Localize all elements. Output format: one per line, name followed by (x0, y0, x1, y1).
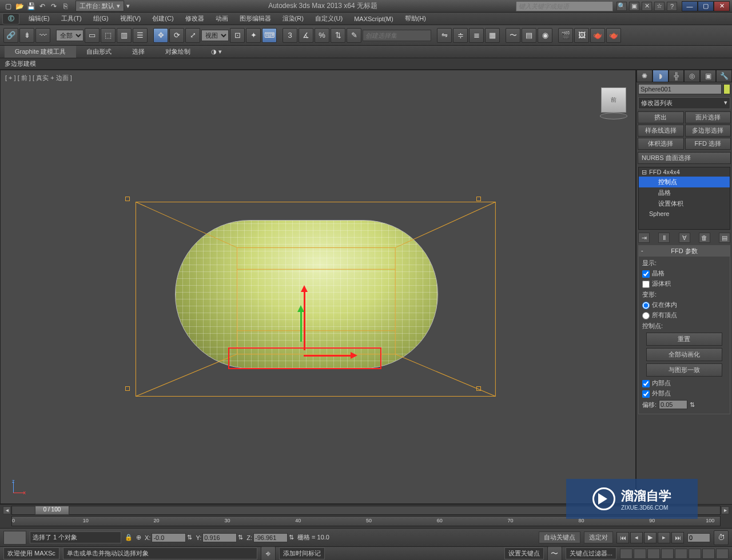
object-name-field[interactable] (638, 84, 722, 94)
maximize-button[interactable]: ▢ (698, 1, 714, 11)
angle-snap-icon[interactable]: ∡ (299, 28, 313, 43)
ribbon-tab-paint[interactable]: 对象绘制 (155, 46, 201, 58)
app-menu-button[interactable]: Ⓔ (2, 13, 19, 25)
help-icon[interactable]: ? (667, 2, 677, 11)
align-icon[interactable]: ≑ (453, 28, 468, 43)
rollout-header[interactable]: -FFD 参数 (639, 246, 730, 257)
viewcube[interactable]: 前 (601, 87, 626, 113)
time-config-icon[interactable]: ⏱ (714, 530, 729, 545)
tab-display-icon[interactable]: ▣ (700, 70, 716, 82)
spinner-icon[interactable]: ⇅ (238, 534, 243, 541)
isolate-toggle-icon[interactable]: ⎆ (261, 546, 276, 561)
menu-edit[interactable]: 编辑(E) (23, 13, 55, 25)
modset-splinesel[interactable]: 样条线选择 (638, 125, 684, 137)
search-icon[interactable]: 🔍 (616, 2, 627, 11)
ref-coord-system[interactable]: 视图 (201, 30, 229, 41)
gizmo-z-axis[interactable] (300, 307, 302, 342)
menu-create[interactable]: 创建(C) (146, 13, 179, 25)
chk-outer[interactable]: 外部点 (642, 389, 726, 398)
nav-zoom-all-icon[interactable] (702, 549, 715, 559)
use-pivot-center-icon[interactable]: ⊡ (230, 28, 245, 43)
ribbon-tab-freeform[interactable]: 自由形式 (76, 46, 122, 58)
coord-y[interactable] (202, 533, 237, 542)
viewport-front[interactable]: [ + ] [ 前 ] [ 真实 + 边面 ] 前 zx (0, 70, 636, 504)
modset-ffdsel[interactable]: FFD 选择 (685, 138, 731, 150)
minimize-button[interactable]: — (682, 1, 698, 11)
goto-end-icon[interactable]: ⏭ (671, 532, 684, 543)
favorite-icon[interactable]: ☆ (654, 2, 665, 11)
nav-fov-icon[interactable] (689, 549, 701, 559)
spinner-icon[interactable]: ⇅ (289, 534, 294, 541)
nav-pan-icon[interactable] (620, 549, 632, 559)
nav-orbit-icon[interactable] (647, 549, 660, 559)
snap-toggle-icon[interactable]: 3 (283, 28, 297, 43)
pin-stack-icon[interactable]: ⇥ (638, 233, 650, 243)
tab-modify-icon[interactable]: ◗ (653, 70, 669, 82)
selection-filter[interactable]: 全部 (56, 30, 83, 41)
render-setup-icon[interactable]: 🎬 (558, 28, 573, 43)
ribbon-tab-selection[interactable]: 选择 (122, 46, 155, 58)
time-slider-handle[interactable]: 0 / 100 (35, 506, 69, 515)
show-end-result-icon[interactable]: Ⅱ (658, 233, 670, 243)
move-tool-icon[interactable]: ✥ (153, 28, 168, 43)
exchange-icon[interactable]: ✕ (642, 2, 652, 11)
tab-hierarchy-icon[interactable]: ╬ (669, 70, 685, 82)
play-icon[interactable]: ▶ (644, 532, 657, 543)
unlink-tool-icon[interactable]: ⇟ (19, 28, 34, 43)
modset-extrude[interactable]: 挤出 (638, 111, 684, 123)
goto-start-icon[interactable]: ⏮ (616, 532, 629, 543)
graphite-toggle-icon[interactable]: ▦ (485, 28, 500, 43)
menu-group[interactable]: 组(G) (87, 13, 114, 25)
coord-x[interactable] (152, 533, 186, 542)
absolute-relative-icon[interactable]: ⊕ (136, 534, 141, 541)
link-icon[interactable]: ⎘ (59, 1, 71, 11)
scale-tool-icon[interactable]: ⤢ (185, 28, 200, 43)
menu-rendering[interactable]: 渲染(R) (277, 13, 309, 25)
modset-volsel[interactable]: 体积选择 (638, 138, 684, 150)
modset-patchsel[interactable]: 面片选择 (685, 111, 731, 123)
modifier-stack[interactable]: ⊟FFD 4x4x4 控制点 晶格 设置体积 Sphere (638, 167, 730, 230)
nav-zoom-icon[interactable] (634, 549, 646, 559)
ribbon-panel-polymodeling[interactable]: 多边形建模 (0, 58, 732, 70)
add-time-tag[interactable]: 添加时间标记 (279, 547, 325, 559)
modifier-list-dropdown[interactable]: 修改器列表▾ (638, 97, 730, 109)
select-by-name-icon[interactable]: ☰ (133, 28, 148, 43)
stack-lattice[interactable]: 晶格 (639, 187, 730, 198)
rotate-tool-icon[interactable]: ⟳ (169, 28, 184, 43)
ffd-control-point[interactable] (476, 197, 481, 201)
mirror-icon[interactable]: ⇋ (437, 28, 452, 43)
spinner-icon[interactable]: ⇅ (187, 534, 192, 541)
menu-modifiers[interactable]: 修改器 (180, 13, 210, 25)
bind-spacewarp-icon[interactable]: 〰 (35, 28, 50, 43)
render-iterative-icon[interactable]: 🫖 (606, 28, 621, 43)
select-manipulate-icon[interactable]: ✦ (246, 28, 261, 43)
btn-reset[interactable]: 重置 (646, 333, 722, 346)
chk-lattice[interactable]: 晶格 (642, 269, 726, 278)
menu-tools[interactable]: 工具(T) (55, 13, 87, 25)
material-editor-icon[interactable]: ◉ (538, 28, 552, 43)
tab-motion-icon[interactable]: ◎ (684, 70, 700, 82)
save-icon[interactable]: 💾 (25, 1, 37, 11)
spinner-snap-icon[interactable]: ⇅ (331, 28, 345, 43)
object-color-swatch[interactable] (723, 84, 730, 94)
menu-animation[interactable]: 动画 (210, 13, 234, 25)
btn-animall[interactable]: 全部动画化 (646, 348, 722, 361)
ffd-control-point[interactable] (125, 197, 130, 201)
tab-create-icon[interactable]: ✺ (636, 70, 653, 82)
ribbon-tab-graphite[interactable]: Graphite 建模工具 (5, 46, 76, 58)
menu-grapheditors[interactable]: 图形编辑器 (234, 13, 277, 25)
auto-key-button[interactable]: 自动关键点 (539, 531, 580, 543)
menu-views[interactable]: 视图(V) (114, 13, 147, 25)
set-key-button[interactable]: 设置关键点 (504, 547, 544, 559)
viewcube-ring[interactable] (600, 113, 627, 119)
selection-lock-icon[interactable]: 🔒 (125, 534, 133, 541)
object-sphere[interactable] (175, 220, 438, 369)
make-unique-icon[interactable]: ∀ (679, 233, 690, 243)
percent-snap-icon[interactable]: % (315, 28, 329, 43)
close-button[interactable]: ✕ (714, 1, 730, 11)
remove-modifier-icon[interactable]: 🗑 (699, 233, 710, 243)
select-object-icon[interactable]: ▭ (85, 28, 100, 43)
modset-polysel[interactable]: 多边形选择 (685, 125, 731, 137)
new-icon[interactable]: ▢ (2, 1, 14, 11)
key-filters-button[interactable]: 关键点过滤器... (566, 547, 616, 559)
